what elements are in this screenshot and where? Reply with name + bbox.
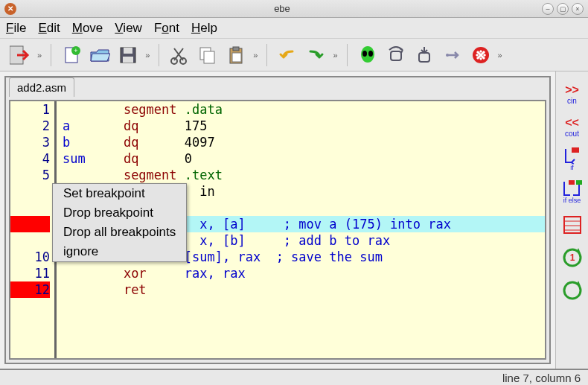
editor-frame: add2.asm 12345101112 segment .dataa dq 1… xyxy=(4,76,551,364)
copy-icon xyxy=(198,45,217,65)
copy-button[interactable] xyxy=(195,42,220,68)
save-file-button[interactable] xyxy=(115,42,141,68)
if-button[interactable]: if xyxy=(560,147,584,171)
gutter-line[interactable]: 12 xyxy=(10,281,50,298)
paste-button[interactable] xyxy=(223,42,249,68)
cin-button[interactable]: >> cin xyxy=(560,82,584,106)
gutter-line[interactable] xyxy=(10,200,50,216)
gutter-line[interactable]: 10 xyxy=(10,249,50,265)
toolbar: » + » » » xyxy=(0,39,588,71)
gutter-line[interactable]: 1 xyxy=(10,101,50,118)
window-controls: – ▢ × xyxy=(542,3,584,15)
toolbar-more-5[interactable]: » xyxy=(496,51,504,60)
code-line[interactable]: ret xyxy=(57,281,545,298)
gutter-line[interactable]: 4 xyxy=(10,150,50,167)
undo-icon xyxy=(278,45,297,65)
svg-rect-13 xyxy=(232,53,241,62)
titlebar: ✕ ebe – ▢ × xyxy=(0,0,588,18)
svg-rect-27 xyxy=(564,217,581,233)
app-icon: ✕ xyxy=(4,3,16,15)
toolbar-more-2[interactable]: » xyxy=(144,51,151,60)
svg-rect-24 xyxy=(572,147,579,153)
toolbar-more-1[interactable]: » xyxy=(36,51,43,60)
cout-label: cout xyxy=(565,130,579,138)
run-button[interactable] xyxy=(355,42,380,68)
cin-icon: >> xyxy=(565,83,579,97)
svg-rect-6 xyxy=(123,57,133,63)
if-label: if xyxy=(570,164,574,171)
tab-add2-asm[interactable]: add2.asm xyxy=(9,77,74,97)
context-menu: Set breakpointDrop breakpointDrop all br… xyxy=(52,183,187,262)
cin-label: cin xyxy=(567,97,577,105)
code-editor[interactable]: 12345101112 segment .dataa dq 175b dq 40… xyxy=(9,100,546,360)
new-file-button[interactable]: + xyxy=(59,42,84,68)
menu-help[interactable]: Help xyxy=(191,21,217,36)
gutter-line[interactable]: 2 xyxy=(10,118,50,134)
step-over-icon xyxy=(386,45,406,65)
context-menu-item[interactable]: Set breakpoint xyxy=(53,184,186,203)
cout-button[interactable]: << cout xyxy=(560,115,584,139)
window-title: ebe xyxy=(22,3,542,14)
ifelse-button[interactable]: if else xyxy=(560,180,584,204)
stop-icon xyxy=(471,45,490,65)
open-folder-icon xyxy=(89,45,110,66)
main-area: add2.asm 12345101112 segment .dataa dq 1… xyxy=(0,71,588,369)
line-gutter[interactable]: 12345101112 xyxy=(10,101,57,358)
quit-button[interactable] xyxy=(7,42,33,68)
undo-button[interactable] xyxy=(275,42,300,68)
svg-rect-12 xyxy=(233,47,239,51)
code-line[interactable]: segment .text xyxy=(57,167,545,183)
menu-move[interactable]: Move xyxy=(72,21,103,36)
code-line[interactable]: a dq 175 xyxy=(57,118,545,134)
menu-edit[interactable]: Edit xyxy=(38,21,60,36)
toolbar-more-3[interactable]: » xyxy=(252,51,259,60)
editor-region: add2.asm 12345101112 segment .dataa dq 1… xyxy=(0,71,555,369)
redo-button[interactable] xyxy=(303,42,328,68)
gutter-line[interactable]: 3 xyxy=(10,134,50,150)
svg-point-16 xyxy=(368,51,373,57)
code-line[interactable]: b dq 4097 xyxy=(57,134,545,150)
gutter-line[interactable] xyxy=(10,232,50,249)
code-line[interactable]: segment .data xyxy=(57,101,545,118)
menu-font[interactable]: Font xyxy=(154,21,179,36)
minimize-button[interactable]: – xyxy=(542,3,554,15)
side-panel: >> cin << cout if if else 1 xyxy=(555,71,588,369)
paste-icon xyxy=(226,45,246,65)
svg-point-8 xyxy=(180,58,186,64)
svg-rect-5 xyxy=(124,48,132,54)
gutter-line[interactable] xyxy=(10,216,50,232)
while-button[interactable] xyxy=(560,279,584,302)
code-line[interactable]: sum dq 0 xyxy=(57,150,545,167)
step-over-button[interactable] xyxy=(383,42,409,68)
stop-button[interactable] xyxy=(468,42,493,68)
toolbar-more-4[interactable]: » xyxy=(331,51,339,60)
context-menu-item[interactable]: Drop breakpoint xyxy=(53,203,186,223)
menu-file[interactable]: File xyxy=(6,21,26,36)
gutter-line[interactable]: 11 xyxy=(10,265,50,281)
svg-rect-17 xyxy=(391,51,401,60)
cut-button[interactable] xyxy=(167,42,192,68)
for-button[interactable]: 1 xyxy=(560,246,584,270)
ifelse-label: if else xyxy=(563,197,581,204)
new-file-icon: + xyxy=(61,45,82,66)
save-icon xyxy=(118,45,138,66)
switch-button[interactable] xyxy=(560,213,584,237)
svg-rect-26 xyxy=(576,180,582,185)
statusbar: line 7, column 6 xyxy=(0,369,588,385)
scissors-icon xyxy=(170,45,189,65)
svg-point-7 xyxy=(171,58,177,64)
gutter-line[interactable]: 5 xyxy=(10,167,50,183)
maximize-button[interactable]: ▢ xyxy=(557,3,569,15)
context-menu-item[interactable]: Drop all breakpoints xyxy=(53,223,186,242)
close-button[interactable]: × xyxy=(572,3,584,15)
cout-icon: << xyxy=(565,116,579,130)
step-into-button[interactable] xyxy=(412,42,437,68)
gutter-line[interactable] xyxy=(10,183,50,200)
code-line[interactable]: xor rax, rax xyxy=(57,265,545,281)
switch-icon xyxy=(563,215,582,235)
svg-point-19 xyxy=(446,54,449,57)
menu-view[interactable]: View xyxy=(115,21,142,36)
open-file-button[interactable] xyxy=(87,42,112,68)
step-out-button[interactable] xyxy=(440,42,465,68)
context-menu-item[interactable]: ignore xyxy=(53,242,186,261)
